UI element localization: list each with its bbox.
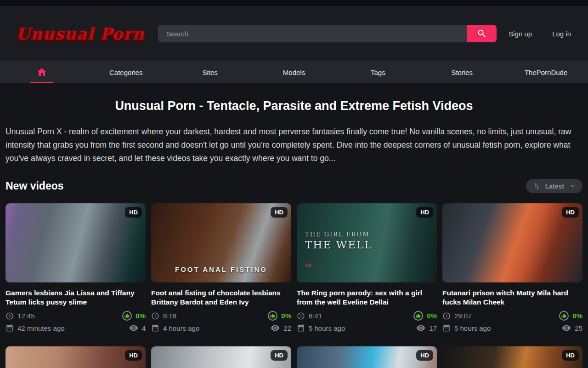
video-rating: 0%	[427, 312, 437, 320]
video-views: 22	[283, 324, 291, 332]
nav-sites[interactable]: Sites	[168, 61, 252, 83]
calendar-icon	[151, 324, 159, 332]
main-nav: Categories Sites Models Tags Stories The…	[0, 61, 588, 83]
hd-badge: HD	[562, 207, 579, 218]
site-logo[interactable]: Unusual Porn	[16, 26, 144, 42]
rating-cell: 0%	[268, 311, 291, 321]
video-duration: 12:45	[17, 312, 35, 320]
video-age: 5 hours ago	[454, 324, 491, 332]
video-thumbnail[interactable]: HD	[442, 203, 582, 282]
video-thumbnail[interactable]: HD	[297, 346, 437, 368]
duration-cell: 29:07	[442, 312, 472, 320]
video-duration: 8:18	[163, 312, 176, 320]
video-card: HD Futanari prison witch Matty Mila hard…	[442, 203, 582, 333]
video-views: 25	[575, 324, 582, 332]
video-age: 42 minutes ago	[17, 324, 65, 332]
duration-cell: 6:41	[297, 312, 322, 320]
sort-icon	[533, 182, 541, 190]
window-top-strip	[0, 0, 588, 6]
video-card: HD Gamers lesbians Jia Lissa and Tiffany…	[6, 203, 146, 333]
thumbs-up-icon	[413, 311, 423, 321]
search-button[interactable]	[467, 25, 497, 42]
auth-links: Sign up Log in	[509, 30, 571, 38]
section-title: New videos	[6, 180, 64, 192]
thumbs-up-icon	[268, 311, 277, 321]
views-cell: 22	[271, 323, 291, 333]
hd-badge: HD	[125, 350, 142, 361]
video-views: 17	[429, 324, 437, 332]
video-thumbnail[interactable]: HD	[151, 346, 291, 368]
nav-home[interactable]	[0, 61, 84, 83]
clock-icon	[442, 312, 451, 320]
thumbnail-poster-text: THE GIRL FROM THE WELL 4K	[305, 231, 372, 268]
eye-icon	[129, 323, 138, 333]
video-title[interactable]: Foot anal fisting of chocolate lesbians …	[151, 288, 291, 307]
eye-icon	[271, 323, 280, 333]
rating-cell: 0%	[122, 311, 146, 321]
chevron-down-icon	[569, 182, 577, 190]
search-form	[158, 25, 497, 42]
duration-cell: 8:18	[151, 312, 176, 320]
age-cell: 4 hours ago	[151, 324, 199, 332]
age-cell: 42 minutes ago	[6, 324, 65, 332]
hd-badge: HD	[271, 350, 288, 361]
poster-4k-badge: 4K	[305, 263, 372, 268]
video-meta: 29:07 0% 5 hours ago 25	[442, 311, 582, 333]
page-title: Unusual Porn - Tentacle, Parasite and Ex…	[6, 99, 582, 113]
nav-active-underline	[30, 82, 53, 83]
thumbs-up-icon	[559, 311, 569, 321]
eye-icon	[416, 323, 425, 333]
video-thumbnail[interactable]: HD	[6, 203, 146, 282]
sort-dropdown[interactable]: Latest	[526, 179, 582, 193]
nav-tags[interactable]: Tags	[336, 61, 420, 83]
duration-cell: 12:45	[6, 312, 35, 320]
video-thumbnail[interactable]: HD THE GIRL FROM THE WELL 4K	[297, 203, 437, 282]
rating-cell: 0%	[413, 311, 437, 321]
eye-icon	[562, 323, 571, 333]
video-age: 5 hours ago	[309, 324, 345, 332]
video-title[interactable]: Gamers lesbians Jia Lissa and Tiffany Te…	[6, 288, 146, 307]
hd-badge: HD	[271, 207, 288, 218]
thumbs-up-icon	[122, 311, 132, 321]
thumbnail-overlay-title: FOOT ANAL FISTING	[151, 265, 291, 273]
search-input[interactable]	[158, 25, 467, 42]
calendar-icon	[6, 324, 14, 332]
video-thumbnail[interactable]: HD FOOT ANAL FISTING	[151, 203, 291, 282]
age-cell: 5 hours ago	[442, 324, 491, 332]
video-thumbnail[interactable]: HD	[442, 346, 582, 368]
nav-categories[interactable]: Categories	[84, 61, 168, 83]
signup-link[interactable]: Sign up	[509, 30, 532, 38]
poster-line2: THE WELL	[305, 239, 372, 251]
video-meta: 12:45 0% 42 minutes ago 4	[6, 311, 146, 333]
video-card: HD	[442, 346, 582, 368]
site-header: Unusual Porn Sign up Log in	[0, 6, 588, 61]
views-cell: 17	[416, 323, 437, 333]
hd-badge: HD	[125, 207, 142, 218]
poster-line1: THE GIRL FROM	[305, 231, 372, 238]
nav-stories[interactable]: Stories	[420, 61, 504, 83]
page-description: Unusual Porn X - realm of excitement whe…	[6, 125, 582, 165]
age-cell: 5 hours ago	[297, 324, 345, 332]
sort-selected-label: Latest	[545, 183, 564, 190]
video-rating: 0%	[281, 312, 291, 320]
video-grid: HD Gamers lesbians Jia Lissa and Tiffany…	[6, 203, 582, 368]
video-age: 4 hours ago	[163, 324, 199, 332]
nav-theporndude[interactable]: ThePornDude	[504, 61, 588, 83]
rating-cell: 0%	[559, 311, 582, 321]
nav-models[interactable]: Models	[252, 61, 336, 83]
search-icon	[477, 29, 487, 39]
video-title[interactable]: Futanari prison witch Matty Mila hard fu…	[442, 288, 582, 307]
login-link[interactable]: Log in	[552, 30, 571, 38]
video-card: HD	[6, 346, 146, 368]
video-rating: 0%	[572, 312, 582, 320]
video-card: HD THE GIRL FROM THE WELL 4K The Ring po…	[297, 203, 437, 333]
section-header: New videos Latest	[6, 179, 582, 193]
video-duration: 29:07	[454, 312, 472, 320]
home-icon	[36, 67, 47, 78]
clock-icon	[151, 312, 159, 320]
clock-icon	[297, 312, 305, 320]
video-title[interactable]: The Ring porn parody: sex with a girl fr…	[297, 288, 437, 307]
video-thumbnail[interactable]: HD	[6, 346, 146, 368]
video-card: HD	[151, 346, 291, 368]
video-card: HD FOOT ANAL FISTING Foot anal fisting o…	[151, 203, 291, 333]
